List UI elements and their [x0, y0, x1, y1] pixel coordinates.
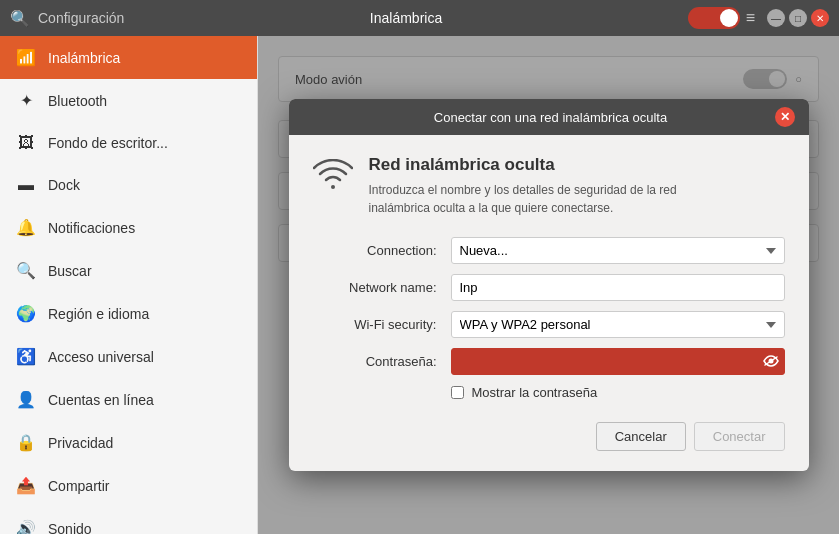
dialog-form: Connection: Nueva... Existing... Network… — [313, 237, 785, 375]
connection-label: Connection: — [313, 243, 443, 258]
sidebar-item-label: Inalámbrica — [48, 50, 120, 66]
sidebar-item-buscar[interactable]: 🔍 Buscar — [0, 249, 257, 292]
password-visibility-button[interactable] — [763, 354, 779, 370]
sidebar-item-compartir[interactable]: 📤 Compartir — [0, 464, 257, 507]
show-password-checkbox[interactable] — [451, 386, 464, 399]
dialog-title: Conectar con una red inalámbrica oculta — [327, 110, 775, 125]
dialog-body: Red inalámbrica oculta Mostrar la contra… — [289, 135, 809, 471]
dialog-description-text: Introduzca el nombre y los detalles de s… — [369, 181, 677, 217]
sidebar: 📶 Inalámbrica ✦ Bluetooth 🖼 Fondo de esc… — [0, 36, 258, 534]
wifi-security-select[interactable]: WPA y WPA2 personal Ninguna WPA2 Enterpr… — [451, 311, 785, 338]
sidebar-item-acceso[interactable]: ♿ Acceso universal — [0, 335, 257, 378]
sidebar-item-label: Buscar — [48, 263, 92, 279]
minimize-button[interactable]: — — [767, 9, 785, 27]
close-button[interactable]: ✕ — [811, 9, 829, 27]
dock-icon: ▬ — [16, 176, 36, 194]
cancel-button[interactable]: Cancelar — [596, 422, 686, 451]
wallpaper-icon: 🖼 — [16, 134, 36, 152]
connection-select[interactable]: Nueva... Existing... — [451, 237, 785, 264]
titlebar-right: ≡ — □ ✕ — [688, 7, 829, 29]
sidebar-item-label: Compartir — [48, 478, 109, 494]
search-icon: 🔍 — [16, 261, 36, 280]
share-icon: 📤 — [16, 476, 36, 495]
wifi-security-label: Wi-Fi security: — [313, 317, 443, 332]
accessibility-icon: ♿ — [16, 347, 36, 366]
dialog-actions: Cancelar Conectar — [313, 416, 785, 451]
dialog: Conectar con una red inalámbrica oculta … — [289, 99, 809, 471]
maximize-button[interactable]: □ — [789, 9, 807, 27]
dialog-header: Red inalámbrica oculta Mostrar la contra… — [313, 155, 785, 217]
sidebar-item-cuentas[interactable]: 👤 Cuentas en línea — [0, 378, 257, 421]
show-password-row: Mostrar la contraseña — [451, 385, 785, 400]
show-password-label[interactable]: Mostrar la contraseña — [472, 385, 598, 400]
network-name-label: Network name: — [313, 280, 443, 295]
password-wrapper — [451, 348, 785, 375]
sound-icon: 🔊 — [16, 519, 36, 534]
sidebar-item-label: Notificaciones — [48, 220, 135, 236]
privacy-icon: 🔒 — [16, 433, 36, 452]
bluetooth-icon: ✦ — [16, 91, 36, 110]
accounts-icon: 👤 — [16, 390, 36, 409]
notifications-icon: 🔔 — [16, 218, 36, 237]
password-label: Contraseña: — [313, 354, 443, 369]
window-controls: — □ ✕ — [767, 9, 829, 27]
wifi-big-icon — [313, 159, 353, 204]
sidebar-item-label: Cuentas en línea — [48, 392, 154, 408]
sidebar-item-fondo[interactable]: 🖼 Fondo de escritor... — [0, 122, 257, 164]
dialog-close-button[interactable]: ✕ — [775, 107, 795, 127]
sidebar-item-label: Fondo de escritor... — [48, 135, 168, 151]
sidebar-item-notificaciones[interactable]: 🔔 Notificaciones — [0, 206, 257, 249]
sidebar-item-region[interactable]: 🌍 Región e idioma — [0, 292, 257, 335]
sidebar-item-label: Dock — [48, 177, 80, 193]
titlebar-left: 🔍 Configuración — [10, 9, 124, 28]
modal-overlay: Conectar con una red inalámbrica oculta … — [258, 36, 839, 534]
sidebar-item-label: Bluetooth — [48, 93, 107, 109]
wifi-toggle[interactable] — [688, 7, 740, 29]
content-area: Modo avión ○ 🔒 📶 📶 — [258, 36, 839, 534]
sidebar-item-privacidad[interactable]: 🔒 Privacidad — [0, 421, 257, 464]
main-area: 📶 Inalámbrica ✦ Bluetooth 🖼 Fondo de esc… — [0, 36, 839, 534]
sidebar-item-bluetooth[interactable]: ✦ Bluetooth — [0, 79, 257, 122]
dialog-header-text: Red inalámbrica oculta Mostrar la contra… — [369, 155, 677, 217]
titlebar: 🔍 Configuración Inalámbrica ≡ — □ ✕ — [0, 0, 839, 36]
sidebar-item-label: Región e idioma — [48, 306, 149, 322]
connect-button[interactable]: Conectar — [694, 422, 785, 451]
dialog-heading: Red inalámbrica oculta — [369, 155, 677, 175]
app-title: Configuración — [38, 10, 124, 26]
sidebar-item-label: Acceso universal — [48, 349, 154, 365]
search-icon[interactable]: 🔍 — [10, 9, 30, 28]
sidebar-item-label: Privacidad — [48, 435, 113, 451]
wifi-icon: 📶 — [16, 48, 36, 67]
sidebar-item-inalambrica[interactable]: 📶 Inalámbrica — [0, 36, 257, 79]
menu-icon[interactable]: ≡ — [746, 9, 755, 27]
password-input[interactable] — [451, 348, 785, 375]
network-name-input[interactable] — [451, 274, 785, 301]
window-title: Inalámbrica — [124, 10, 687, 26]
sidebar-item-dock[interactable]: ▬ Dock — [0, 164, 257, 206]
sidebar-item-sonido[interactable]: 🔊 Sonido — [0, 507, 257, 534]
toggle-knob — [720, 9, 738, 27]
region-icon: 🌍 — [16, 304, 36, 323]
dialog-titlebar: Conectar con una red inalámbrica oculta … — [289, 99, 809, 135]
sidebar-item-label: Sonido — [48, 521, 92, 535]
